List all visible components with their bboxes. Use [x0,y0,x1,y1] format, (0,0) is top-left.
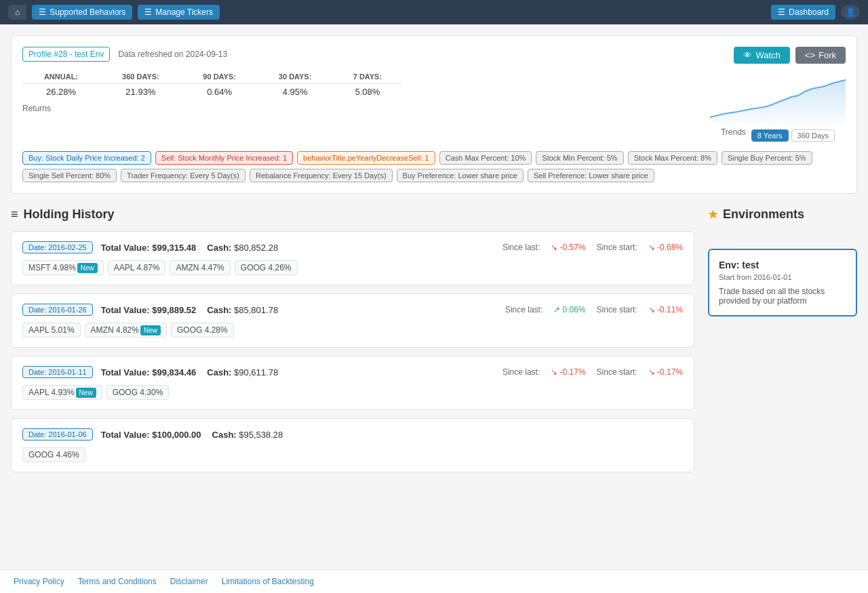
home-button[interactable]: ⌂ [8,5,26,20]
since-area: Since last:↗ 0.06%Since start:↘ -0.11% [505,305,683,314]
stock-tag: AAPL 5.01% [22,323,81,338]
behavior-tag: Single Sell Percent: 80% [22,169,117,182]
behavior-tag: Buy Preference: Lower share price [397,169,524,182]
col-30: 30 DAYS: [257,70,333,84]
behavior-tags: Buy: Stock Daily Price Increased: 2Sell:… [22,151,846,182]
btn-8yr[interactable]: 8 Years [751,129,789,142]
holding-values: Total Value: $99,834.46Cash: $90,611.78 [101,367,279,377]
watch-label: Watch [755,50,780,60]
profile-header: Profile #28 - test Env Data refreshed on… [22,47,846,62]
env-title-text: Environments [723,207,804,222]
since-start-value: ↘ -0.11% [648,305,683,314]
returns-area: ANNUAL: 360 DAYS: 90 DAYS: 30 DAYS: 7 DA… [22,70,846,142]
holding-title-text: Holding History [24,207,115,222]
since-last-value: ↘ -0.57% [551,243,585,252]
env-name: Env: test [719,260,846,270]
col-7: 7 DAYS: [333,70,402,84]
watch-icon: 👁 [743,50,752,60]
nav-left: ⌂ ☰ Supported Behaviors ☰ Manage Tickers [8,5,220,20]
val-90: 0.64% [182,84,258,100]
total-value: Total Value: $99,315.48 [101,243,197,253]
watch-fork-area: 👁 Watch <> Fork [734,47,846,64]
cash-value: Cash: $95,538.28 [212,430,283,440]
dashboard-label: Dashboard [789,7,829,17]
col-90: 90 DAYS: [182,70,258,84]
env-desc: Trade based on all the stocks provided b… [719,287,846,306]
env-start: Start from 2016-01-01 [719,273,846,281]
since-start-value: ↘ -0.17% [648,367,683,377]
holding-card: Date: 2016-01-26Total Value: $99,889.52C… [11,293,694,348]
stock-tags: AAPL 4.93%NewGOOG 4.30% [22,385,683,400]
since-start-label: Since start: [597,305,637,314]
since-start-label: Since start: [597,367,637,377]
behavior-tag: Trader Frequency: Every 5 Day(s) [121,169,245,182]
stock-tag: MSFT 4.98%New [22,260,104,275]
dashboard-button[interactable]: ☰ Dashboard [771,5,835,20]
new-badge: New [140,325,161,335]
stock-tags: AAPL 5.01%AMZN 4.82%NewGOOG 4.28% [22,323,683,338]
behavior-tag: Single Buy Percent: 5% [722,151,812,165]
cash-value: Cash: $90,611.78 [207,367,278,377]
manage-tickers-button[interactable]: ☰ Manage Tickers [138,5,220,20]
total-value: Total Value: $99,834.46 [101,367,197,377]
stack-icon: ≡ [11,207,18,222]
holding-date-tag: Date: 2016-02-25 [22,241,93,253]
returns-table: ANNUAL: 360 DAYS: 90 DAYS: 30 DAYS: 7 DA… [22,70,696,113]
stock-tags: GOOG 4.46% [22,447,683,462]
stock-tag: GOOG 4.26% [235,260,298,275]
supported-behaviors-button[interactable]: ☰ Supported Behaviors [32,5,132,20]
profile-card: Profile #28 - test Env Data refreshed on… [11,35,857,194]
col-annual: ANNUAL: [22,70,100,84]
behavior-tag: Stock Max Percent: 8% [628,151,717,165]
total-value: Total Value: $99,889.52 [101,305,197,315]
env-sidebar: ★ Environments Env: test Start from 2016… [708,207,857,480]
env-section-title: ★ Environments [708,207,857,222]
top-nav: ⌂ ☰ Supported Behaviors ☰ Manage Tickers… [0,0,868,24]
since-area: Since last:↘ -0.17%Since start:↘ -0.17% [502,367,683,377]
holding-card: Date: 2016-01-11Total Value: $99,834.46C… [11,356,694,410]
stock-tags: MSFT 4.98%NewAAPL 4.87%AMZN 4.47%GOOG 4.… [22,260,683,275]
tickers-icon: ☰ [144,7,152,17]
star-icon: ★ [708,208,717,221]
behaviors-label: Supported Behaviors [50,7,125,17]
main-content: Profile #28 - test Env Data refreshed on… [0,24,868,491]
new-badge: New [76,388,96,398]
new-badge: New [77,263,98,273]
nav-right: ☰ Dashboard 👤 [771,5,860,20]
trend-chart [710,70,846,124]
since-last-label: Since last: [502,243,540,252]
holding-card: Date: 2016-02-25Total Value: $99,315.48C… [11,231,694,285]
behavior-tag: Rebalance Frequency: Every 15 Day(s) [250,169,393,182]
stock-tag: AMZN 4.82%New [85,323,167,338]
fork-button[interactable]: <> Fork [795,47,846,64]
tickers-label: Manage Tickers [155,7,213,17]
home-icon: ⌂ [15,7,20,17]
profile-tag: Profile #28 - test Env [22,47,110,62]
behavior-tag: Cash Max Percent: 10% [439,151,532,165]
holding-date-tag: Date: 2016-01-11 [22,366,93,378]
stock-tag: AMZN 4.47% [170,260,230,275]
cash-value: Cash: $85,801.78 [207,305,278,315]
val-360: 21.93% [100,84,182,100]
holding-section: ≡ Holding History Date: 2016-02-25Total … [11,207,857,480]
trends-label: Trends [721,127,746,137]
val-30: 4.95% [257,84,333,100]
behavior-tag: Buy: Stock Daily Price Increased: 2 [22,151,151,165]
btn-360d[interactable]: 360 Days [791,129,835,142]
holding-card-header: Date: 2016-02-25Total Value: $99,315.48C… [22,241,683,253]
stock-tag: AAPL 4.87% [108,260,166,275]
behaviors-icon: ☰ [39,7,46,17]
holding-values: Total Value: $99,315.48Cash: $80,852.28 [101,243,279,253]
holding-card: Date: 2016-01-06Total Value: $100,000.00… [11,418,694,472]
fork-icon: <> [805,50,815,60]
since-start-value: ↘ -0.68% [648,243,683,252]
holding-values: Total Value: $100,000.00Cash: $95,538.28 [101,430,283,440]
behavior-tag: Sell: Stock Monthly Price Increased: 1 [155,151,293,165]
holding-card-header: Date: 2016-01-26Total Value: $99,889.52C… [22,304,683,316]
fork-label: Fork [818,50,836,60]
watch-button[interactable]: 👁 Watch [734,47,789,64]
since-last-label: Since last: [505,305,542,314]
holding-section-title: ≡ Holding History [11,207,694,222]
user-button[interactable]: 👤 [841,5,860,20]
stock-tag: AAPL 4.93%New [22,385,102,400]
